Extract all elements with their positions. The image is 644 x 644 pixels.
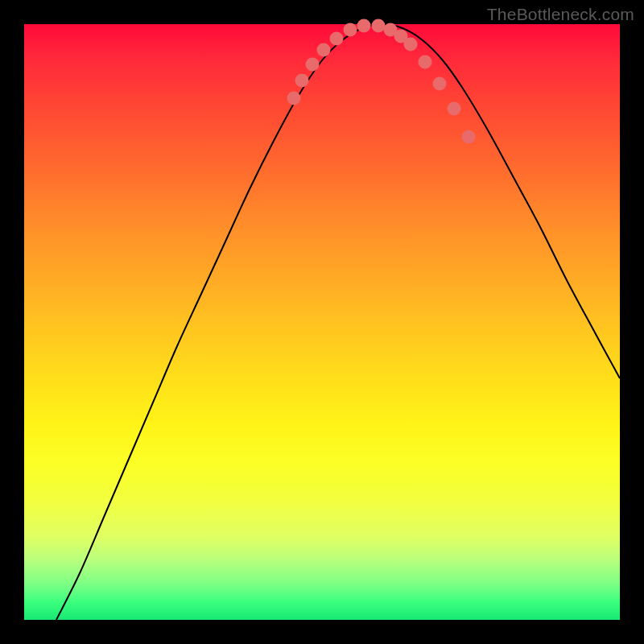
marker-dot: [306, 58, 320, 72]
chart-svg: [24, 24, 620, 620]
marker-dot: [287, 92, 301, 105]
bottleneck-curve: [56, 24, 620, 620]
highlight-markers: [287, 19, 476, 144]
marker-dot: [330, 32, 344, 46]
plot-area: [24, 24, 620, 620]
marker-dot: [344, 23, 357, 37]
marker-dot: [433, 77, 447, 91]
marker-dot: [404, 38, 418, 52]
marker-dot: [357, 19, 371, 33]
marker-dot: [295, 74, 309, 88]
marker-dot: [462, 130, 476, 144]
marker-dot: [448, 102, 461, 116]
chart-frame: TheBottleneck.com: [0, 0, 644, 644]
marker-dot: [419, 56, 432, 69]
watermark-text: TheBottleneck.com: [487, 5, 634, 24]
marker-dot: [317, 43, 331, 57]
marker-dot: [372, 19, 386, 33]
